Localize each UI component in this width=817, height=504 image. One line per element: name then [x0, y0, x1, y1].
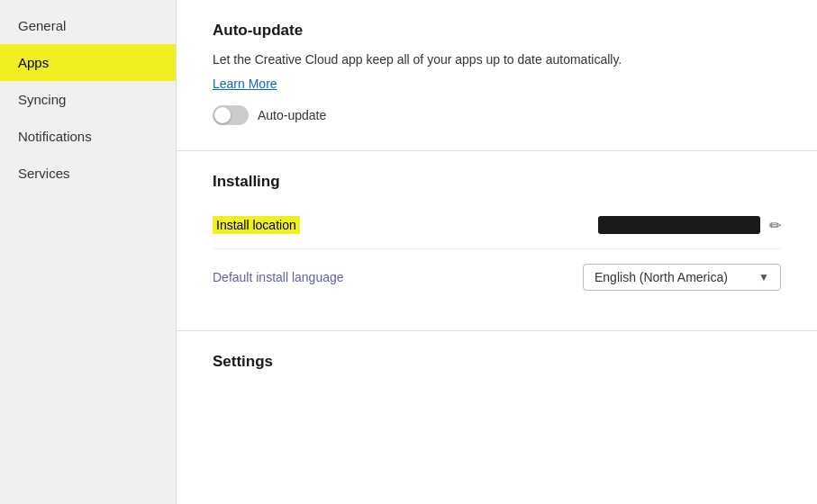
auto-update-description: Let the Creative Cloud app keep all of y…	[213, 50, 781, 69]
learn-more-link[interactable]: Learn More	[213, 76, 277, 91]
language-select-dropdown[interactable]: English (North America) ▼	[583, 264, 781, 291]
auto-update-section: Auto-update Let the Creative Cloud app k…	[177, 0, 817, 151]
installing-title: Installing	[213, 173, 781, 191]
sidebar: GeneralAppsSyncingNotificationsServices	[0, 0, 177, 504]
install-location-value-container: ✏	[598, 216, 781, 234]
auto-update-title: Auto-update	[213, 22, 781, 40]
auto-update-toggle-label: Auto-update	[258, 108, 326, 122]
default-language-row: Default install language English (North …	[213, 249, 781, 305]
sidebar-item-services[interactable]: Services	[0, 155, 176, 192]
auto-update-toggle[interactable]	[213, 105, 249, 125]
sidebar-item-general[interactable]: General	[0, 7, 176, 44]
edit-icon[interactable]: ✏	[769, 217, 781, 234]
install-location-row: Install location ✏	[213, 202, 781, 249]
sidebar-item-apps[interactable]: Apps	[0, 44, 176, 81]
auto-update-toggle-row: Auto-update	[213, 105, 781, 125]
settings-title: Settings	[213, 353, 781, 371]
default-language-label: Default install language	[213, 270, 344, 284]
sidebar-item-notifications[interactable]: Notifications	[0, 118, 176, 155]
toggle-knob	[214, 107, 231, 123]
installing-section: Installing Install location ✏ Default in…	[177, 151, 817, 331]
install-path-bar	[598, 216, 760, 234]
main-content: Auto-update Let the Creative Cloud app k…	[177, 0, 817, 504]
chevron-down-icon: ▼	[758, 271, 769, 284]
settings-section: Settings	[177, 331, 817, 407]
install-location-label: Install location	[213, 216, 300, 234]
sidebar-item-syncing[interactable]: Syncing	[0, 81, 176, 118]
language-select-value: English (North America)	[595, 270, 728, 284]
